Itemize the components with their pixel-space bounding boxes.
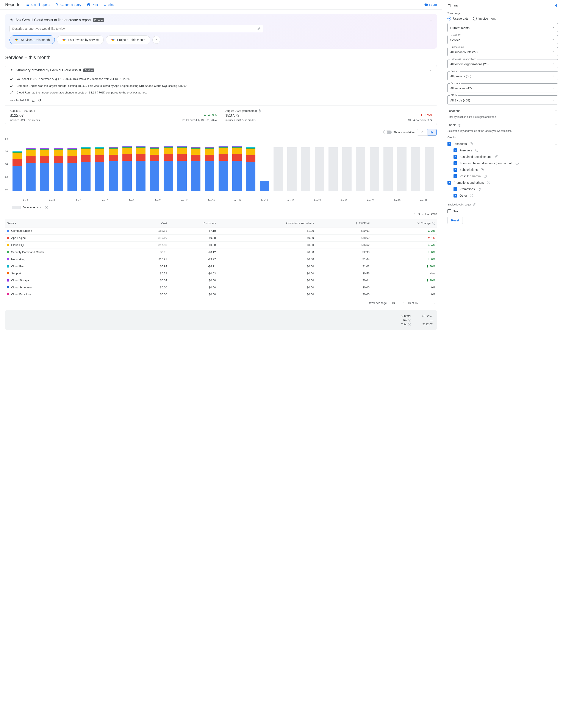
prev-page-button[interactable] [422,300,428,306]
checkbox-free-tiers[interactable]: ✓Free tiers? [448,147,558,154]
table-row[interactable]: Cloud Run$5.94-$4.91$0.00$1.0276% [5,263,437,270]
radio-invoice-month[interactable]: Invoice month [473,17,497,20]
table-row[interactable]: App Engine$19.60-$0.98$0.00$18.621% [5,234,437,241]
help-icon[interactable]: ? [487,181,490,184]
share-link[interactable]: Share [103,3,116,7]
generate-query-link[interactable]: Generate query [55,3,81,7]
thumbs-down-button[interactable] [38,99,41,102]
chart-bar[interactable] [327,137,340,191]
help-icon[interactable]: ? [470,142,473,145]
chart-bar[interactable] [24,137,37,191]
chart-bar[interactable] [230,137,244,191]
cumulative-toggle[interactable]: − Show cumulative [384,131,415,134]
chart-bar[interactable] [368,137,381,191]
chip-services-this-month[interactable]: Services – this month [9,35,55,44]
checkbox-spending-based[interactable]: ✓Spending based discounts (contractual)? [448,160,558,166]
table-header[interactable]: Subtotal [316,219,371,227]
projects-select[interactable]: Projects All projects (55) [448,71,558,80]
time-range-select[interactable]: Current month [448,23,558,32]
collapse-discounts-button[interactable] [554,142,558,146]
chart-bar[interactable] [134,137,147,191]
table-header[interactable]: Cost [131,219,169,227]
chart-bar[interactable] [162,137,175,191]
chart-plot[interactable] [9,137,437,191]
table-header[interactable]: % Change ? [371,219,437,227]
chart-bar[interactable] [107,137,120,191]
chip-last-invoice[interactable]: Last invoice by service [57,35,104,44]
pencil-sparkle-icon[interactable] [257,27,260,30]
help-icon[interactable]: ? [258,109,261,112]
reset-button[interactable]: Reset [448,217,463,224]
next-page-button[interactable] [432,300,437,306]
help-icon[interactable]: ? [470,194,473,197]
chart-bar[interactable] [409,137,422,191]
services-select[interactable]: Services All services (47) [448,83,558,92]
checkbox-subscriptions[interactable]: ✓Subscriptions? [448,166,558,173]
table-row[interactable]: Support$0.59-$0.03$0.00$0.56New [5,270,437,277]
help-icon[interactable]: ? [458,124,461,127]
collapse-filters-button[interactable] [554,3,558,8]
rows-per-page-select[interactable]: 10 [392,301,399,305]
line-view-button[interactable] [417,129,427,135]
gemini-prompt-input[interactable] [12,27,257,30]
chart-bar[interactable] [244,137,257,191]
chart-bar[interactable] [10,137,24,191]
help-icon[interactable]: ? [481,168,484,171]
chart-bar[interactable] [189,137,202,191]
chart-bar[interactable] [299,137,312,191]
chip-scroll-right-button[interactable] [152,36,160,44]
bar-view-button[interactable] [427,129,437,135]
chart-bar[interactable] [216,137,230,191]
chart-bar[interactable] [395,137,409,191]
collapse-summary-button[interactable] [429,68,432,72]
checkbox-discounts[interactable]: ✓Discounts ? [448,141,558,147]
help-icon[interactable]: ? [484,175,487,178]
learn-link[interactable]: Learn [424,3,437,7]
checkbox-other[interactable]: ✓Other? [448,192,558,199]
table-header[interactable]: Promotions and others [217,219,316,227]
checkbox-promotions[interactable]: ✓Promotions? [448,186,558,192]
checkbox-sustained-use[interactable]: ✓Sustained use discounts? [448,154,558,160]
chart-bar[interactable] [148,137,161,191]
table-row[interactable]: Cloud Storage$0.04$0.00$0.00$0.0420% [5,277,437,284]
collapse-promotions-button[interactable] [554,181,558,184]
table-row[interactable]: Cloud SQL$17.50-$0.88$0.00$16.624% [5,241,437,249]
table-row[interactable]: Cloud Scheduler$0.00$0.00$0.00$0.000% [5,284,437,291]
chart-bar[interactable] [120,137,134,191]
chart-bar[interactable] [354,137,367,191]
chart-bar[interactable] [271,137,285,191]
help-icon[interactable]: ? [516,162,519,165]
table-header[interactable]: Service [5,219,131,227]
help-icon[interactable]: ? [432,222,435,225]
checkbox-tax[interactable]: Tax [448,208,558,215]
table-header[interactable]: Discounts [169,219,217,227]
help-icon[interactable]: ? [473,203,476,206]
chart-bar[interactable] [258,137,271,191]
subaccounts-select[interactable]: Subaccounts All subaccounts (27) [448,47,558,56]
help-icon[interactable]: ? [475,149,478,152]
table-row[interactable]: Security Command Center$3.05-$0.12$0.00$… [5,249,437,256]
thumbs-up-button[interactable] [32,99,35,102]
help-icon[interactable]: ? [408,323,411,326]
chart-bar[interactable] [38,137,51,191]
locations-section[interactable]: Locations [448,107,558,114]
print-link[interactable]: Print [87,3,98,7]
chart-bar[interactable] [313,137,326,191]
chart-bar[interactable] [93,137,106,191]
chart-bar[interactable] [52,137,65,191]
help-icon[interactable]: ? [408,319,411,322]
table-row[interactable]: Compute Engine$88.81-$7.18-$1.00$80.632% [5,227,437,234]
chip-projects-this-month[interactable]: Projects – this month [106,35,150,44]
table-row[interactable]: Networking$10.91-$9.27$0.00$1.646% [5,256,437,263]
gemini-prompt-input-wrap[interactable] [9,25,263,32]
group-by-select[interactable]: Group by Service [448,35,558,44]
download-csv-button[interactable]: Download CSV [413,212,437,216]
help-icon[interactable]: ? [45,206,48,209]
chart-bar[interactable] [423,137,436,191]
skus-select[interactable]: SKUs All SKUs (408) [448,95,558,104]
checkbox-promotions-others[interactable]: ✓Promotions and others ? [448,179,558,186]
chart-bar[interactable] [382,137,395,191]
chart-bar[interactable] [65,137,79,191]
collapse-gemini-button[interactable] [429,18,433,22]
chart-bar[interactable] [175,137,188,191]
